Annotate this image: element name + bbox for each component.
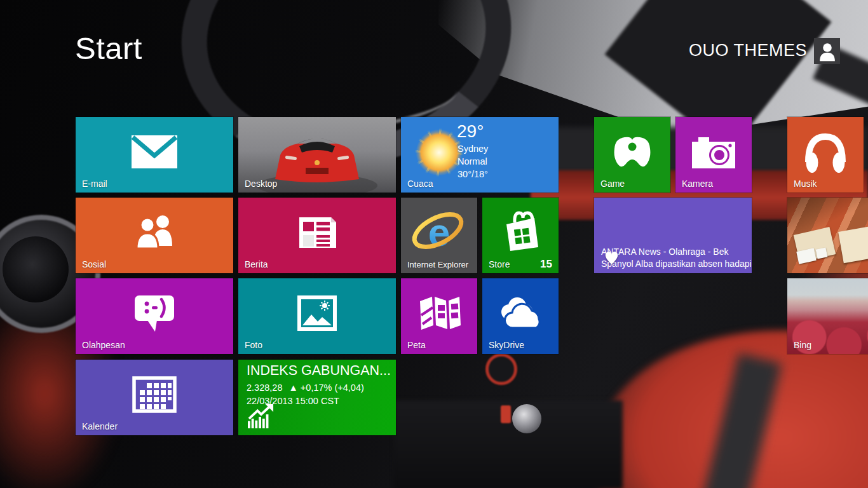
tile-bing[interactable]: Bing xyxy=(787,278,868,354)
tile-label: Store xyxy=(489,259,510,269)
weather-condition: Normal xyxy=(458,156,487,166)
tile-label: Peta xyxy=(407,340,426,350)
newspaper-icon xyxy=(294,212,340,253)
tile-label: Cuaca xyxy=(407,179,433,189)
tile-music[interactable]: Musik xyxy=(787,117,864,193)
camera-icon xyxy=(691,134,736,170)
tile-skydrive[interactable]: SkyDrive xyxy=(482,278,559,354)
user-name[interactable]: OUO THEMES xyxy=(689,41,807,60)
news-headline-line1: ANTARA News - Olahraga - Bek xyxy=(601,247,728,257)
white-building xyxy=(796,248,817,264)
news-headline-line2: Spanyol Alba dipastikan absen hadapi xyxy=(601,259,752,269)
tile-weather[interactable]: 29° Sydney Normal 30°/18° Cuaca xyxy=(401,117,559,193)
headphones-icon xyxy=(801,129,850,175)
finance-change: ▲ +0,17% (+4,04) xyxy=(288,383,363,393)
clouds-icon xyxy=(494,295,547,332)
tile-internet-explorer[interactable]: e Internet Explorer xyxy=(401,198,477,273)
tile-label: E-mail xyxy=(82,179,107,189)
chat-smiley-icon xyxy=(130,292,179,334)
tile-label: Desktop xyxy=(245,179,277,189)
tile-label: Musik xyxy=(794,179,817,189)
picture-icon xyxy=(297,295,337,332)
folded-map-icon xyxy=(415,294,463,333)
gear-knob xyxy=(512,404,541,433)
tile-email[interactable]: E-mail xyxy=(76,117,233,193)
store-update-badge: 15 xyxy=(540,258,552,271)
finance-index-title: INDEKS GABUNGAN... xyxy=(247,363,391,379)
tile-desktop[interactable]: Desktop xyxy=(238,117,396,193)
tile-label: Bing xyxy=(794,340,811,350)
tile-label: Foto xyxy=(245,340,262,350)
tile-store[interactable]: Store 15 xyxy=(482,198,559,273)
tile-label: Internet Explorer xyxy=(407,260,468,269)
weather-temp: 29° xyxy=(457,121,484,142)
user-avatar[interactable] xyxy=(814,38,840,64)
windshield-light xyxy=(438,0,868,137)
seat-shadow xyxy=(699,353,782,488)
tile-finance[interactable]: INDEKS GABUNGAN... 2.328,28 ▲ +0,17% (+4… xyxy=(238,360,396,435)
ignition-button xyxy=(501,405,511,423)
tile-antara-news[interactable]: ANTARA News - Olahraga - Bek Spanyol Alb… xyxy=(594,198,752,273)
tile-label: Kalender xyxy=(82,421,118,431)
tile-photos[interactable]: Foto xyxy=(238,278,396,354)
tile-label: Olahpesan xyxy=(82,340,125,350)
auto-dial xyxy=(485,353,517,385)
tile-label: Kamera xyxy=(682,179,713,189)
tile-messaging[interactable]: Olahpesan xyxy=(76,278,233,354)
tile-news[interactable]: Berita xyxy=(238,198,396,273)
tile-calendar[interactable]: Kalender xyxy=(76,360,233,435)
tile-label: Sosial xyxy=(82,259,106,269)
tile-label: Game xyxy=(600,179,625,189)
envelope-icon xyxy=(130,134,179,170)
car-seat xyxy=(597,330,868,488)
heart-icon xyxy=(603,250,620,266)
tile-game[interactable]: Game xyxy=(594,117,670,193)
person-icon xyxy=(817,41,838,62)
sun-icon xyxy=(415,128,463,177)
white-building xyxy=(816,248,828,259)
tile-photo-town[interactable] xyxy=(787,198,868,273)
people-icon xyxy=(130,213,179,252)
game-controller-icon xyxy=(607,132,658,172)
page-title: Start xyxy=(75,30,142,66)
calendar-icon xyxy=(132,376,177,414)
center-console xyxy=(394,400,623,488)
start-screen: Start OUO THEMES E-mail Desktop 2 xyxy=(0,0,868,488)
finance-value: 2.328,28 xyxy=(247,383,282,393)
air-vent-inner xyxy=(3,236,69,302)
store-bag-icon xyxy=(498,210,543,255)
tile-label: Berita xyxy=(245,259,268,269)
building xyxy=(838,225,868,264)
tile-camera[interactable]: Kamera xyxy=(675,117,752,193)
weather-range: 30°/18° xyxy=(458,169,488,179)
tile-maps[interactable]: Peta xyxy=(401,278,477,354)
weather-city: Sydney xyxy=(458,144,488,154)
stock-chart-icon xyxy=(247,403,276,430)
tile-social[interactable]: Sosial xyxy=(76,198,233,273)
ie-logo-icon: e xyxy=(409,209,469,256)
tile-label: SkyDrive xyxy=(489,340,524,350)
finance-quote: 2.328,28 ▲ +0,17% (+4,04) xyxy=(247,383,364,393)
